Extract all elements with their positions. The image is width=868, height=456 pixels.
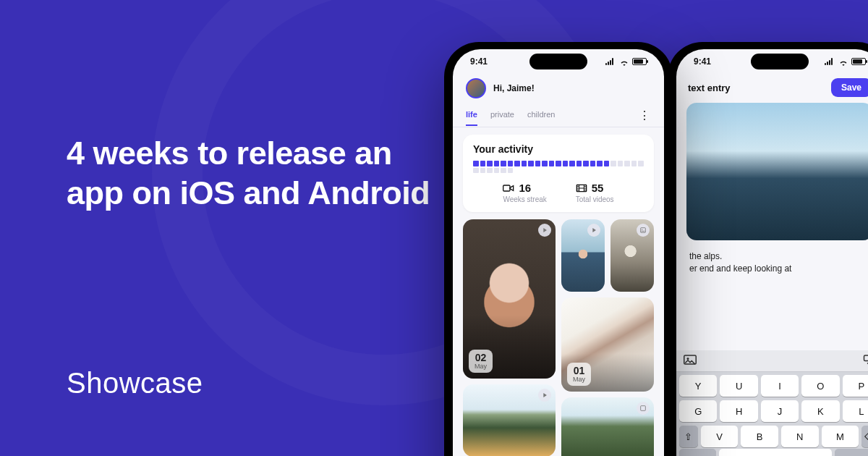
streak-day (590, 161, 596, 166)
streak-day (501, 168, 506, 174)
entry-header: text entry Save (676, 74, 868, 103)
key-B[interactable]: B (741, 426, 778, 447)
svg-point-10 (642, 229, 642, 230)
streak-day (583, 161, 589, 166)
status-bar: 9:41 (676, 49, 868, 74)
key-Y[interactable]: Y (679, 375, 717, 397)
more-vertical-icon[interactable]: ⋮ (639, 109, 651, 127)
total-videos-label: Total videos (576, 195, 614, 203)
streak-day (618, 161, 624, 166)
key-numbers[interactable]: 123 (679, 449, 716, 456)
svg-rect-7 (503, 185, 510, 191)
entry-title: text entry (688, 83, 731, 93)
gallery-tile[interactable] (561, 219, 605, 292)
status-bar: 9:41 (453, 49, 664, 74)
key-U[interactable]: U (720, 375, 757, 397)
streak-day (604, 161, 610, 166)
streak-grid (473, 161, 644, 173)
entry-line-2: er end and keep looking at (689, 263, 791, 274)
key-P[interactable]: P (843, 375, 868, 397)
streak-day (494, 168, 500, 174)
key-J[interactable]: J (761, 400, 799, 422)
entry-line-1: the alps. (689, 251, 722, 261)
gallery-tile[interactable]: 01 May (561, 297, 654, 392)
photo-attach-icon[interactable] (684, 355, 697, 368)
greeting-text: Hi, Jaime! (493, 83, 535, 93)
total-videos-value: 55 (592, 182, 604, 194)
metric-weeks-streak: 16 Weeks streak (503, 182, 546, 203)
streak-day (569, 161, 575, 166)
streak-day (624, 161, 630, 166)
dynamic-island (751, 54, 809, 69)
play-icon (587, 224, 600, 237)
video-icon (503, 183, 514, 193)
footer-label: Showcase (67, 367, 203, 400)
key-I[interactable]: I (761, 375, 799, 397)
key-H[interactable]: H (720, 400, 757, 422)
tab-private[interactable]: private (490, 110, 514, 126)
streak-day (487, 168, 493, 174)
streak-day (549, 161, 555, 166)
streak-day (597, 161, 603, 166)
key-⇧[interactable]: ⇧ (679, 426, 698, 447)
key-K[interactable]: K (801, 400, 839, 422)
metric-total-videos: 55 Total videos (576, 182, 614, 203)
streak-day (638, 161, 644, 166)
svg-rect-2 (864, 355, 869, 361)
key-L[interactable]: L (843, 400, 868, 422)
avatar[interactable] (466, 78, 486, 98)
streak-day (610, 161, 616, 166)
key-O[interactable]: O (801, 375, 839, 397)
tile-date-badge: 02 May (469, 350, 493, 373)
gallery-tile[interactable] (463, 384, 556, 456)
key-V[interactable]: V (701, 426, 739, 447)
keyboard-collapse-icon[interactable] (863, 355, 868, 368)
gallery: 02 May (453, 219, 664, 456)
phone-mockup-front: 9:41 Hi, Jaime! lifeprivatechildren ⋮ Yo… (444, 42, 673, 456)
gallery-tile[interactable]: 02 May (463, 219, 556, 379)
streak-day (494, 161, 500, 166)
key-⌫[interactable]: ⌫ (861, 426, 868, 447)
tabs-divider (453, 127, 664, 127)
image-icon (637, 402, 650, 415)
battery-icon (851, 58, 866, 65)
key-M[interactable]: M (822, 426, 859, 447)
tab-children[interactable]: children (527, 110, 556, 126)
key-return[interactable]: return (835, 449, 868, 456)
gallery-tile[interactable] (561, 397, 654, 456)
tab-life[interactable]: life (466, 110, 477, 126)
key-N[interactable]: N (781, 426, 819, 447)
battery-icon (632, 58, 647, 65)
gallery-tile[interactable] (610, 219, 654, 292)
play-icon (538, 389, 551, 402)
wifi-icon (619, 58, 629, 65)
save-button[interactable]: Save (831, 78, 868, 97)
entry-text[interactable]: the alps. er end and keep looking at (676, 240, 868, 286)
status-time: 9:41 (470, 56, 488, 67)
streak-day (563, 161, 569, 166)
category-tabs: lifeprivatechildren (466, 110, 555, 126)
greeting-row: Hi, Jaime! (453, 74, 664, 101)
streak-day (508, 161, 514, 166)
streak-day (535, 161, 541, 166)
headline-text: 4 weeks to release an app on iOS and And… (67, 134, 443, 214)
entry-photo[interactable] (686, 103, 868, 240)
streak-day (528, 161, 534, 166)
svg-point-1 (687, 358, 689, 360)
streak-day (522, 161, 527, 166)
streak-day (508, 168, 514, 174)
streak-day (473, 161, 479, 166)
key-G[interactable]: G (679, 400, 717, 422)
streak-day (542, 161, 548, 166)
key-space[interactable]: space (719, 449, 833, 456)
streak-day (480, 161, 486, 166)
svg-rect-11 (641, 406, 646, 411)
streak-day (501, 161, 506, 166)
streak-day (480, 168, 486, 174)
streak-day (514, 161, 520, 166)
keyboard[interactable]: YUIOP GHJKL ⇧VBNM⌫ 123 space return (676, 350, 868, 456)
phone-mockup-back: 9:41 text entry Save the alps. er end an… (668, 42, 868, 456)
streak-day (473, 168, 479, 174)
streak-day (556, 161, 561, 166)
keyboard-toolbar[interactable] (676, 350, 868, 372)
